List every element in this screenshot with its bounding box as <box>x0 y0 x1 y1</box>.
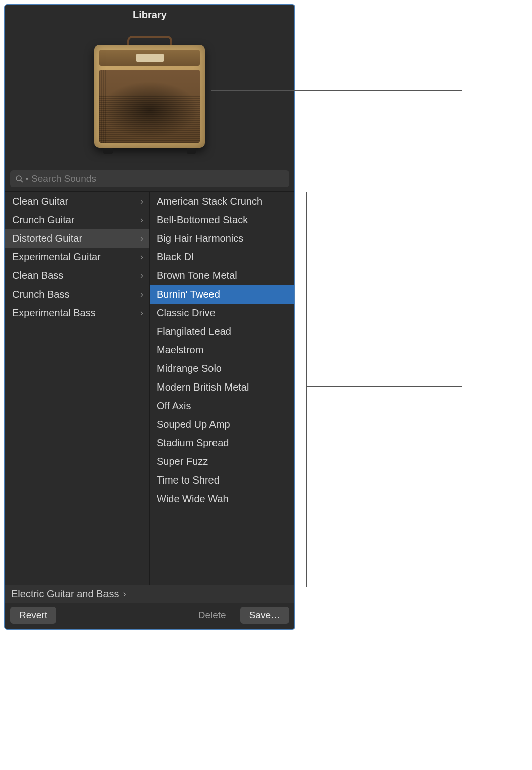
search-filter-chevron-icon[interactable]: ▾ <box>26 176 28 182</box>
category-row[interactable]: Experimental Bass› <box>5 304 149 322</box>
footer-bar: Revert Delete Save… <box>5 603 294 629</box>
library-header: Library <box>5 5 294 168</box>
preset-row[interactable]: Wide Wide Wah <box>150 490 294 508</box>
category-row[interactable]: Experimental Guitar› <box>5 248 149 266</box>
preset-row[interactable]: Bell-Bottomed Stack <box>150 211 294 229</box>
svg-point-0 <box>16 176 21 181</box>
breadcrumb[interactable]: Electric Guitar and Bass › <box>5 585 294 603</box>
preset-label: Flangilated Lead <box>157 325 231 338</box>
preset-row[interactable]: Super Fuzz <box>150 452 294 471</box>
preset-row[interactable]: Time to Shred <box>150 471 294 490</box>
callout-line <box>38 628 38 679</box>
category-label: Clean Guitar <box>12 195 68 208</box>
revert-button[interactable]: Revert <box>10 607 56 624</box>
library-title: Library <box>133 5 167 21</box>
preset-row[interactable]: Stadium Spread <box>150 434 294 452</box>
category-row[interactable]: Distorted Guitar› <box>5 229 149 248</box>
preset-label: Brown Tone Metal <box>157 269 237 282</box>
category-label: Experimental Bass <box>12 306 96 320</box>
category-label: Distorted Guitar <box>12 232 82 245</box>
preset-row[interactable]: Maelstrom <box>150 341 294 359</box>
preset-row[interactable]: Big Hair Harmonics <box>150 229 294 248</box>
category-row[interactable]: Crunch Bass› <box>5 285 149 304</box>
chevron-right-icon: › <box>140 214 143 226</box>
chevron-right-icon: › <box>123 589 126 599</box>
library-panel: Library ▾ Clean Guitar›Crunch Guitar›Dis… <box>4 4 295 630</box>
category-label: Crunch Guitar <box>12 213 75 227</box>
preset-label: Modern British Metal <box>157 380 249 394</box>
breadcrumb-label: Electric Guitar and Bass <box>11 588 119 600</box>
save-button[interactable]: Save… <box>240 607 289 624</box>
chevron-right-icon: › <box>140 195 143 207</box>
chevron-right-icon: › <box>140 232 143 244</box>
preset-label: Time to Shred <box>157 473 220 487</box>
preset-label: Black DI <box>157 250 194 264</box>
category-label: Crunch Bass <box>12 287 70 301</box>
chevron-right-icon: › <box>140 251 143 263</box>
preset-label: Super Fuzz <box>157 455 208 468</box>
preset-row[interactable]: Modern British Metal <box>150 378 294 397</box>
preset-label: Classic Drive <box>157 306 216 320</box>
preset-row[interactable]: American Stack Crunch <box>150 192 294 211</box>
delete-button[interactable]: Delete <box>189 607 235 624</box>
callout-line <box>306 386 462 387</box>
sound-browser: Clean Guitar›Crunch Guitar›Distorted Gui… <box>5 191 294 585</box>
preset-row[interactable]: Off Axis <box>150 397 294 415</box>
preset-label: American Stack Crunch <box>157 195 262 208</box>
chevron-right-icon: › <box>140 307 143 319</box>
search-bar[interactable]: ▾ <box>10 170 289 187</box>
category-row[interactable]: Clean Bass› <box>5 266 149 285</box>
category-row[interactable]: Crunch Guitar› <box>5 211 149 229</box>
category-column: Clean Guitar›Crunch Guitar›Distorted Gui… <box>5 192 150 585</box>
search-icon <box>15 175 24 183</box>
preset-label: Souped Up Amp <box>157 418 230 431</box>
category-row[interactable]: Clean Guitar› <box>5 192 149 211</box>
callout-line <box>306 192 307 587</box>
preset-label: Wide Wide Wah <box>157 492 229 506</box>
preset-label: Burnin' Tweed <box>157 287 220 301</box>
amplifier-icon <box>94 36 205 154</box>
preset-label: Midrange Solo <box>157 362 222 375</box>
preset-row[interactable]: Midrange Solo <box>150 359 294 378</box>
search-input[interactable] <box>31 173 284 184</box>
callout-line <box>291 616 462 616</box>
instrument-icon-area <box>5 21 294 168</box>
preset-row[interactable]: Classic Drive <box>150 304 294 322</box>
preset-label: Bell-Bottomed Stack <box>157 213 248 227</box>
preset-label: Stadium Spread <box>157 436 229 450</box>
preset-row[interactable]: Souped Up Amp <box>150 415 294 434</box>
chevron-right-icon: › <box>140 288 143 300</box>
chevron-right-icon: › <box>140 269 143 281</box>
preset-row[interactable]: Brown Tone Metal <box>150 266 294 285</box>
preset-column: American Stack CrunchBell-Bottomed Stack… <box>150 192 294 585</box>
category-label: Clean Bass <box>12 269 63 282</box>
preset-label: Off Axis <box>157 399 191 413</box>
svg-line-1 <box>21 180 23 182</box>
preset-row[interactable]: Black DI <box>150 248 294 266</box>
preset-label: Maelstrom <box>157 343 203 357</box>
callout-line <box>211 90 462 91</box>
callout-line <box>196 628 196 679</box>
preset-row[interactable]: Burnin' Tweed <box>150 285 294 304</box>
preset-row[interactable]: Flangilated Lead <box>150 322 294 341</box>
category-label: Experimental Guitar <box>12 250 101 264</box>
callout-line <box>291 176 462 176</box>
preset-label: Big Hair Harmonics <box>157 232 243 245</box>
